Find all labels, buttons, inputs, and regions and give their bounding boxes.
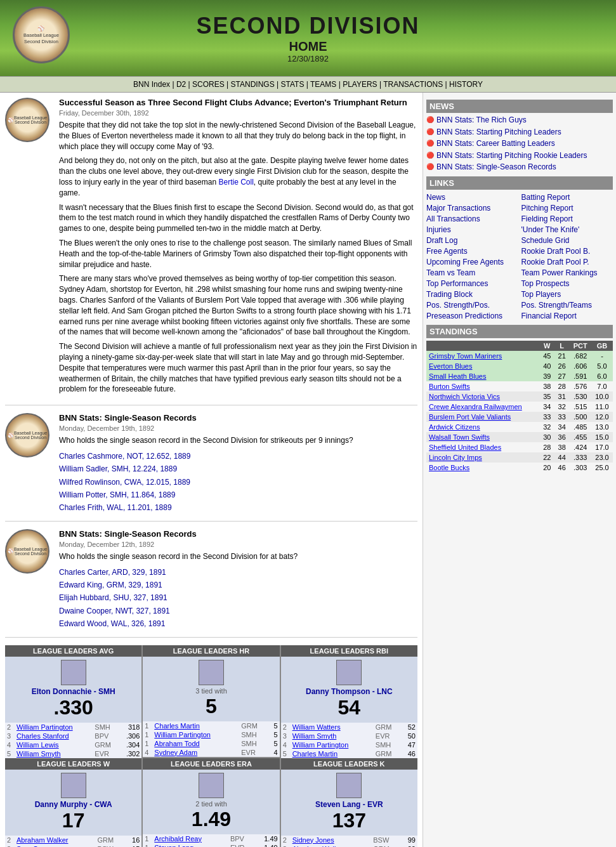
nav-d2[interactable]: D2 bbox=[176, 80, 186, 89]
list-item: 3Abraham WalkerGRM90 bbox=[281, 844, 417, 847]
link-trading-block[interactable]: Trading Block bbox=[426, 289, 518, 299]
leader-k: LEAGUE LEADERS K Steven Lang - EVR 137 2… bbox=[281, 758, 417, 847]
news-link-4[interactable]: BNN Stats: Starting Pitching Rookie Lead… bbox=[436, 151, 587, 161]
standings-team-link[interactable]: Grimsby Town Mariners bbox=[429, 352, 502, 360]
link-top-players[interactable]: Top Players bbox=[521, 289, 613, 299]
link-rookie-draft-pool-b[interactable]: Rookie Draft Pool B. bbox=[521, 246, 613, 256]
news-icon-1: 🔴 bbox=[426, 116, 434, 123]
standings-team-link[interactable]: Sheffield United Blades bbox=[429, 443, 501, 451]
link-free-agents[interactable]: Free Agents bbox=[426, 246, 518, 256]
link-rookie-draft-pool-p[interactable]: Rookie Draft Pool P. bbox=[521, 257, 613, 267]
standings-pct: .576 bbox=[569, 381, 591, 391]
leader-rbi-photo bbox=[336, 660, 362, 685]
nav-bnn-index[interactable]: BNN Index bbox=[133, 80, 170, 89]
news-link-5[interactable]: BNN Stats: Single-Season Records bbox=[436, 162, 556, 173]
leader-avg-title: LEAGUE LEADERS AVG bbox=[5, 645, 141, 657]
link-schedule-grid[interactable]: Schedule Grid bbox=[521, 235, 613, 246]
nav-standings[interactable]: STANDINGS bbox=[231, 80, 275, 89]
news-link-3[interactable]: BNN Stats: Career Batting Leaders bbox=[436, 139, 555, 149]
standings-body: Grimsby Town Mariners 45 21 .682 - Evert… bbox=[426, 351, 613, 473]
standings-team-link[interactable]: Lincoln City Imps bbox=[429, 454, 482, 461]
link-batting-report[interactable]: Batting Report bbox=[521, 192, 613, 202]
nav-history[interactable]: HISTORY bbox=[449, 80, 483, 89]
link-pos-strength-pos[interactable]: Pos. Strength/Pos. bbox=[426, 300, 518, 310]
link-upcoming-free-agents[interactable]: Upcoming Free Agents bbox=[426, 257, 518, 267]
article-2-headline[interactable]: BNN Stats: Single-Season Records bbox=[59, 413, 353, 423]
links-grid: News Batting Report Major Transactions P… bbox=[426, 192, 613, 321]
leader-avg: LEAGUE LEADERS AVG Elton Donnachie - SMH… bbox=[5, 645, 141, 758]
link-financial-report[interactable]: Financial Report bbox=[521, 311, 613, 321]
link-news[interactable]: News bbox=[426, 192, 518, 202]
news-item-4: 🔴 BNN Stats: Starting Pitching Rookie Le… bbox=[426, 151, 613, 161]
news-section-title: NEWS bbox=[426, 100, 613, 113]
link-draft-log[interactable]: Draft Log bbox=[426, 235, 518, 246]
link-major-transactions[interactable]: Major Transactions bbox=[426, 203, 518, 213]
link-top-prospects[interactable]: Top Prospects bbox=[521, 279, 613, 289]
standings-col-pct: PCT bbox=[569, 341, 591, 351]
standings-l: 28 bbox=[554, 381, 569, 391]
news-item-2: 🔴 BNN Stats: Starting Pitching Leaders bbox=[426, 128, 613, 138]
article-3-date: Monday, December 12th, 1892 bbox=[59, 541, 298, 548]
leader-w-name: Danny Murphy - CWA bbox=[8, 800, 138, 809]
article-1-p3: It wasn't necessary that the Blues finis… bbox=[59, 202, 417, 234]
standings-team-link[interactable]: Northwich Victoria Vics bbox=[429, 393, 500, 400]
stat-row: Charles Carter, ARD, 329, 1891 bbox=[59, 566, 298, 579]
division-title: SECOND DIVISION bbox=[196, 13, 419, 39]
link-pitching-report[interactable]: Pitching Report bbox=[521, 203, 613, 213]
list-item: 5Charles MartinGRM46 bbox=[281, 749, 417, 758]
standings-w: 20 bbox=[540, 463, 554, 473]
standings-gb: 12.0 bbox=[591, 412, 613, 422]
standings-table: W L PCT GB Grimsby Town Mariners 45 21 .… bbox=[426, 341, 613, 473]
article-3-headline[interactable]: BNN Stats: Single-Season Records bbox=[59, 529, 298, 539]
standings-w: 33 bbox=[540, 412, 554, 422]
nav-teams[interactable]: TEAMS bbox=[310, 80, 336, 89]
standings-pct: .333 bbox=[569, 452, 591, 463]
link-all-transactions[interactable]: All Transactions bbox=[426, 214, 518, 224]
link-team-power-rankings[interactable]: Team Power Rankings bbox=[521, 268, 613, 278]
standings-team-link[interactable]: Burton Swifts bbox=[429, 383, 470, 390]
article-1-date: Friday, December 30th, 1892 bbox=[59, 109, 417, 117]
leader-w-stat: 17 bbox=[8, 809, 138, 832]
news-link-2[interactable]: BNN Stats: Starting Pitching Leaders bbox=[436, 128, 561, 138]
news-icon-5: 🔴 bbox=[426, 163, 434, 170]
standings-team-link[interactable]: Walsall Town Swifts bbox=[429, 433, 490, 441]
standings-gb: 17.0 bbox=[591, 442, 613, 452]
link-preseason-predictions[interactable]: Preseason Predictions bbox=[426, 311, 518, 321]
standings-row: Walsall Town Swifts 30 36 .455 15.0 bbox=[426, 432, 613, 442]
standings-l: 38 bbox=[554, 442, 569, 452]
standings-team-link[interactable]: Small Heath Blues bbox=[429, 372, 487, 380]
page-subtitle: HOME bbox=[196, 39, 419, 54]
standings-team-link[interactable]: Crewe Alexandra Railwaymen bbox=[429, 403, 522, 410]
article-1-headline[interactable]: Successful Season as Three Second Flight… bbox=[59, 98, 417, 107]
nav-scores[interactable]: SCORES bbox=[192, 80, 225, 89]
nav-players[interactable]: PLAYERS bbox=[343, 80, 377, 89]
standings-row: Crewe Alexandra Railwaymen 34 32 .515 11… bbox=[426, 402, 613, 412]
standings-team-link[interactable]: Ardwick Citizens bbox=[429, 423, 480, 431]
news-icon-4: 🔴 bbox=[426, 152, 434, 159]
link-injuries[interactable]: Injuries bbox=[426, 225, 518, 235]
news-link-1[interactable]: BNN Stats: The Rich Guys bbox=[436, 115, 527, 126]
standings-l: 34 bbox=[554, 422, 569, 432]
standings-w: 45 bbox=[540, 351, 554, 361]
standings-col-team bbox=[426, 341, 540, 351]
standings-team-link[interactable]: Burslem Port Vale Valiants bbox=[429, 413, 511, 421]
link-team-vs-team[interactable]: Team vs Team bbox=[426, 268, 518, 278]
link-top-performances[interactable]: Top Performances bbox=[426, 279, 518, 289]
standings-gb: - bbox=[591, 351, 613, 361]
stat-row: Charles Frith, WAL, 11.201, 1889 bbox=[59, 501, 353, 514]
standings-team-link[interactable]: Everton Blues bbox=[429, 362, 472, 370]
article-3-logo-img: ⚾Baseball LeagueSecond Division bbox=[5, 529, 49, 574]
leader-hr-main: 3 tied with 5 bbox=[143, 657, 279, 721]
nav-stats[interactable]: STATS bbox=[281, 80, 305, 89]
standings-team-link[interactable]: Bootle Bucks bbox=[429, 464, 469, 471]
list-item: 1William PartingtonSMH5 bbox=[143, 730, 279, 739]
article-2: ⚾Baseball LeagueSecond Division BNN Stat… bbox=[5, 413, 417, 522]
link-pos-strength-teams[interactable]: Pos. Strength/Teams bbox=[521, 300, 613, 310]
link-fielding-report[interactable]: Fielding Report bbox=[521, 214, 613, 224]
leader-avg-list: 2William PartingtonSMH318 3Charles Stanf… bbox=[5, 723, 141, 758]
standings-row: Grimsby Town Mariners 45 21 .682 - bbox=[426, 351, 613, 361]
link-under-the-knife[interactable]: 'Under The Knife' bbox=[521, 225, 613, 235]
leader-era-list: 1Archibald ReayBPV1.49 1Steven LangEVR1.… bbox=[143, 834, 279, 847]
nav-transactions[interactable]: TRANSACTIONS bbox=[383, 80, 443, 89]
article-2-stats: Charles Cashmore, NOT, 12.652, 1889 Will… bbox=[59, 450, 353, 515]
